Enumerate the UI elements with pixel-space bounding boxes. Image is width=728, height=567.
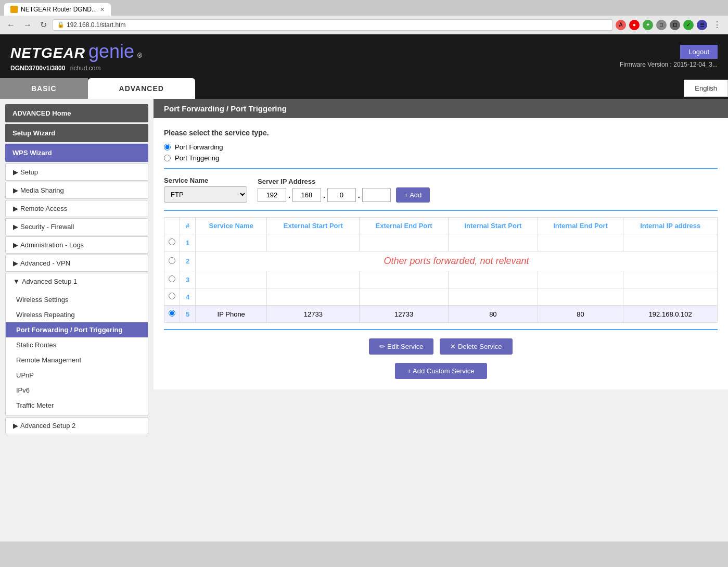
th-service-name: Service Name (196, 218, 267, 234)
sidebar-item-vpn[interactable]: ▶ Advanced - VPN (6, 255, 148, 271)
sidebar-group-remote-access: ▶ Remote Access (5, 200, 148, 217)
row4-int-start (449, 288, 538, 306)
row5-int-start: 80 (449, 306, 538, 323)
add-button[interactable]: Add (396, 187, 430, 203)
sidebar-item-advanced-setup1[interactable]: ▼ Advanced Setup 1 (6, 273, 148, 289)
nav-icon-6[interactable]: ☰ (697, 20, 707, 30)
sidebar-item-advanced-setup2[interactable]: ▶ Advanced Setup 2 (6, 418, 148, 434)
row5-ext-start: 12733 (267, 306, 360, 323)
sidebar-group-media: ▶ Media Sharing (5, 182, 148, 199)
row4-int-end (538, 288, 623, 306)
row5-radio-cell[interactable] (164, 306, 180, 323)
sidebar-group-security: ▶ Security - Firewall (5, 218, 148, 235)
server-ip-label: Server IP Address (258, 178, 430, 185)
row4-ext-start (267, 288, 360, 306)
ip-octet-2[interactable]: 168 (292, 188, 321, 202)
nav-icon-3[interactable]: □ (656, 20, 667, 30)
table-header-row: # Service Name External Start Port Exter… (164, 218, 718, 234)
radio-port-forwarding[interactable]: Port Forwarding (164, 143, 718, 151)
sidebar-item-media[interactable]: ▶ Media Sharing (6, 182, 148, 198)
service-type-label: Please select the service type. (164, 129, 718, 137)
sidebar-label-adv2: Advanced Setup 2 (20, 422, 75, 430)
sidebar-sub-remote-management[interactable]: Remote Management (6, 352, 148, 368)
edit-service-button[interactable]: Edit Service (369, 338, 433, 355)
service-name-label: Service Name (164, 177, 247, 184)
row4-radio-cell[interactable] (164, 288, 180, 306)
sidebar-sub-wireless-repeating[interactable]: Wireless Repeating (6, 307, 148, 322)
back-button[interactable]: ← (4, 19, 18, 31)
app-container: NETGEAR genie ® DGND3700v1/3800 richud.c… (0, 34, 728, 541)
sidebar-arrow-setup: ▶ (13, 168, 18, 176)
radio-port-triggering[interactable]: Port Triggering (164, 154, 718, 162)
nav-icon-2[interactable]: ✦ (643, 20, 653, 30)
radio-port-forwarding-input[interactable] (164, 144, 171, 150)
sidebar-item-security[interactable]: ▶ Security - Firewall (6, 219, 148, 235)
radio-port-triggering-input[interactable] (164, 155, 171, 161)
page-header: Port Forwarding / Port Triggering (154, 99, 728, 118)
content-area: Port Forwarding / Port Triggering Please… (154, 99, 728, 541)
row2-radio[interactable] (169, 257, 175, 264)
add-custom-service-button[interactable]: Add Custom Service (395, 363, 487, 379)
ip-octet-3[interactable]: 0 (327, 188, 356, 202)
sidebar-item-advanced-home[interactable]: ADVANCED Home (5, 104, 148, 122)
row1-radio[interactable] (169, 238, 175, 245)
row5-num: 5 (180, 306, 196, 323)
tab-language[interactable]: English (684, 80, 728, 97)
row3-radio[interactable] (169, 275, 175, 282)
tab-advanced[interactable]: ADVANCED (88, 78, 195, 99)
forward-button[interactable]: → (21, 19, 34, 31)
sidebar-sub-upnp[interactable]: UPnP (6, 368, 148, 383)
service-name-select[interactable]: FTP (164, 186, 247, 203)
sidebar-item-remote-access[interactable]: ▶ Remote Access (6, 200, 148, 217)
row3-radio-cell[interactable] (164, 271, 180, 288)
tab-basic[interactable]: BASIC (0, 78, 88, 99)
row4-service (196, 288, 267, 306)
sidebar-sub-wireless-settings[interactable]: Wireless Settings (6, 292, 148, 307)
logout-button[interactable]: Logout (680, 45, 718, 59)
action-buttons: Edit Service Delete Service (164, 338, 718, 355)
sidebar-item-setup-wizard[interactable]: Setup Wizard (5, 124, 148, 142)
row2-radio-cell[interactable] (164, 251, 180, 271)
delete-service-button[interactable]: Delete Service (440, 338, 512, 355)
sidebar-sub-static-routes[interactable]: Static Routes (6, 337, 148, 352)
sidebar-sub-traffic-meter[interactable]: Traffic Meter (6, 398, 148, 413)
ip-octet-4[interactable] (362, 188, 391, 202)
sidebar-sub-port-forwarding[interactable]: Port Forwarding / Port Triggering (6, 322, 148, 337)
service-type-section: Please select the service type. Port For… (164, 129, 718, 162)
browser-tab[interactable]: NETGEAR Router DGND... ✕ (4, 3, 111, 16)
refresh-button[interactable]: ↻ (37, 19, 49, 31)
th-ext-end: External End Port (360, 218, 449, 234)
nav-icon-1[interactable]: ● (629, 20, 640, 30)
row5-radio[interactable] (169, 310, 175, 317)
main-layout: ADVANCED Home Setup Wizard WPS Wizard ▶ … (0, 99, 728, 541)
sidebar-arrow-media: ▶ (13, 186, 18, 194)
row4-radio[interactable] (169, 293, 175, 299)
adblock-icon[interactable]: A (616, 20, 626, 30)
ip-octet-1[interactable]: 192 (258, 188, 286, 202)
radio-group: Port Forwarding Port Triggering (164, 143, 718, 162)
sidebar-arrow-security: ▶ (13, 223, 18, 231)
sidebar-sub-ipv6[interactable]: IPv6 (6, 383, 148, 398)
port-table: # Service Name External Start Port Exter… (164, 217, 718, 323)
more-options-btn[interactable]: ⋮ (710, 19, 724, 31)
section-divider-1 (164, 168, 718, 169)
sidebar-arrow-adv1: ▼ (13, 278, 20, 285)
section-divider-3 (164, 329, 718, 330)
row5-service: IP Phone (196, 306, 267, 323)
app-header: NETGEAR genie ® DGND3700v1/3800 richud.c… (0, 34, 728, 78)
radio-port-triggering-label: Port Triggering (175, 154, 219, 162)
row1-radio-cell[interactable] (164, 234, 180, 251)
sidebar-item-admin[interactable]: ▶ Administration - Logs (6, 237, 148, 253)
service-name-group: Service Name FTP (164, 177, 247, 203)
form-row: Service Name FTP Server IP Address 192 .… (164, 177, 718, 203)
sidebar-item-wps-wizard[interactable]: WPS Wizard (5, 144, 148, 162)
address-bar[interactable]: 🔒 192.168.0.1/start.htm (53, 19, 612, 31)
tab-close-btn[interactable]: ✕ (100, 6, 105, 13)
nav-icon-5[interactable]: ✓ (683, 20, 694, 30)
row4-ip (623, 288, 718, 306)
nav-icon-4[interactable]: ⊡ (670, 20, 680, 30)
sidebar-item-setup[interactable]: ▶ Setup (6, 164, 148, 180)
th-ext-start: External Start Port (267, 218, 360, 234)
nav-icons: A ● ✦ □ ⊡ ✓ ☰ ⋮ (616, 19, 724, 31)
row5-ext-end: 12733 (360, 306, 449, 323)
